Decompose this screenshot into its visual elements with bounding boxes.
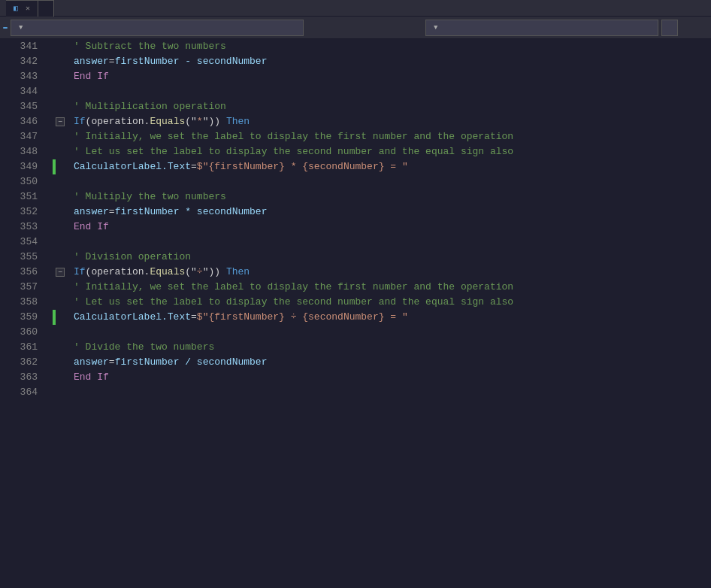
- end-if-keyword: End If: [74, 69, 109, 84]
- string-literal: $"{firstNumber} ÷ {secondNumber} = ": [197, 310, 408, 325]
- code-line: If (operation.Equals("*")) Then: [68, 114, 711, 129]
- code-line: ' Initially, we set the label to display…: [68, 129, 711, 144]
- code-line: [68, 84, 711, 99]
- method-dropdown[interactable]: ▼: [425, 20, 658, 36]
- line-number: 358: [0, 295, 38, 310]
- code-line: ' Subtract the two numbers: [68, 39, 711, 54]
- comment-text: ' Division operation: [74, 250, 191, 265]
- line-number: 362: [0, 355, 38, 370]
- code-line: answer = firstNumber / secondNumber: [68, 355, 711, 370]
- toolbar: ▼ ▼: [0, 17, 711, 39]
- line-number: 346: [0, 114, 38, 129]
- line-number: 353: [0, 220, 38, 235]
- comment-text: ' Initially, we set the label to display…: [74, 280, 513, 295]
- green-indicator: [53, 159, 56, 174]
- op-param: *: [197, 114, 203, 129]
- line-number: 347: [0, 129, 38, 144]
- code-line: End If: [68, 220, 711, 235]
- code-line: ' Initially, we set the label to display…: [68, 280, 711, 295]
- vb-badge: [3, 27, 8, 29]
- code-line: [68, 325, 711, 340]
- line-number: 345: [0, 99, 38, 114]
- class-dropdown-arrow: ▼: [19, 24, 23, 32]
- tab-close-icon[interactable]: ✕: [26, 4, 30, 13]
- identifier: CalculatorLabel.Text: [74, 159, 191, 174]
- expression: firstNumber * secondNumber: [115, 205, 268, 220]
- code-line: CalculatorLabel.Text = $"{firstNumber} *…: [68, 159, 711, 174]
- line-number: 352: [0, 205, 38, 220]
- comment-text: ' Divide the two numbers: [74, 340, 214, 355]
- string-literal: $"{firstNumber} * {secondNumber} = ": [197, 159, 408, 174]
- title-bar: ◧ ✕: [0, 0, 711, 17]
- code-line: answer = firstNumber - secondNumber: [68, 54, 711, 69]
- identifier: answer: [74, 205, 109, 220]
- line-number: 342: [0, 54, 38, 69]
- line-number: 343: [0, 69, 38, 84]
- equals-method: Equals: [150, 114, 185, 129]
- expression: firstNumber - secondNumber: [115, 54, 268, 69]
- line-number: 350: [0, 174, 38, 189]
- line-number: 359: [0, 310, 38, 325]
- code-line: ' Divide the two numbers: [68, 340, 711, 355]
- code-line: ' Multiply the two numbers: [68, 189, 711, 205]
- line-number: 344: [0, 84, 38, 99]
- tab-form1design[interactable]: [38, 0, 54, 17]
- click-button[interactable]: [661, 20, 678, 36]
- line-numbers: 3413423433443453463473483493503513523533…: [0, 39, 45, 588]
- line-number: 364: [0, 385, 38, 400]
- method-dropdown-arrow: ▼: [434, 24, 437, 32]
- collapse-icon[interactable]: −: [56, 117, 65, 126]
- end-if-keyword: End If: [74, 370, 109, 385]
- if-keyword: If: [74, 114, 86, 129]
- code-line: ' Multiplication operation: [68, 99, 711, 114]
- code-line: ' Let us set the label to display the se…: [68, 295, 711, 310]
- comment-text: ' Let us set the label to display the se…: [74, 295, 513, 310]
- comment-text: ' Initially, we set the label to display…: [74, 129, 513, 144]
- line-number: 349: [0, 159, 38, 174]
- comment-text: ' Subtract the two numbers: [74, 39, 226, 54]
- right-dropdown-container: ▼: [422, 20, 708, 36]
- code-line: answer = firstNumber * secondNumber: [68, 205, 711, 220]
- class-dropdown[interactable]: ▼: [11, 20, 304, 36]
- green-indicator: [53, 310, 56, 325]
- if-keyword: If: [74, 265, 86, 280]
- vb-file-icon: ◧: [14, 4, 18, 13]
- code-line: ' Let us set the label to display the se…: [68, 144, 711, 159]
- op-param: ÷: [197, 265, 203, 280]
- identifier: answer: [74, 54, 109, 69]
- tab-form1vb[interactable]: ◧ ✕: [6, 0, 38, 17]
- collapse-icon[interactable]: −: [56, 268, 65, 277]
- comment-text: ' Multiply the two numbers: [74, 189, 226, 205]
- identifier: CalculatorLabel.Text: [74, 310, 191, 325]
- left-dropdown-container: ▼: [3, 20, 326, 36]
- code-line: If (operation.Equals("÷")) Then: [68, 265, 711, 280]
- code-line: CalculatorLabel.Text = $"{firstNumber} ÷…: [68, 310, 711, 325]
- comment-text: ' Multiplication operation: [74, 99, 226, 114]
- code-line: End If: [68, 69, 711, 84]
- line-number: 348: [0, 144, 38, 159]
- code-content: ' Subtract the two numbers answer = firs…: [68, 39, 711, 588]
- equals-method: Equals: [150, 265, 185, 280]
- comment-text: ' Let us set the label to display the se…: [74, 144, 513, 159]
- line-number: 341: [0, 39, 38, 54]
- line-number: 361: [0, 340, 38, 355]
- line-number: 351: [0, 189, 38, 205]
- left-margin: −−: [45, 39, 68, 588]
- identifier: answer: [74, 355, 109, 370]
- code-line: ' Division operation: [68, 250, 711, 265]
- code-line: [68, 174, 711, 189]
- line-number: 357: [0, 280, 38, 295]
- then-keyword: Then: [226, 114, 250, 129]
- line-number: 363: [0, 370, 38, 385]
- then-keyword: Then: [226, 265, 250, 280]
- code-line: [68, 235, 711, 250]
- code-line: End If: [68, 370, 711, 385]
- code-area: 3413423433443453463473483493503513523533…: [0, 39, 711, 588]
- line-number: 354: [0, 235, 38, 250]
- line-number: 356: [0, 265, 38, 280]
- expression: firstNumber / secondNumber: [115, 355, 268, 370]
- line-number: 360: [0, 325, 38, 340]
- end-if-keyword: End If: [74, 220, 109, 235]
- line-number: 355: [0, 250, 38, 265]
- code-line: [68, 385, 711, 400]
